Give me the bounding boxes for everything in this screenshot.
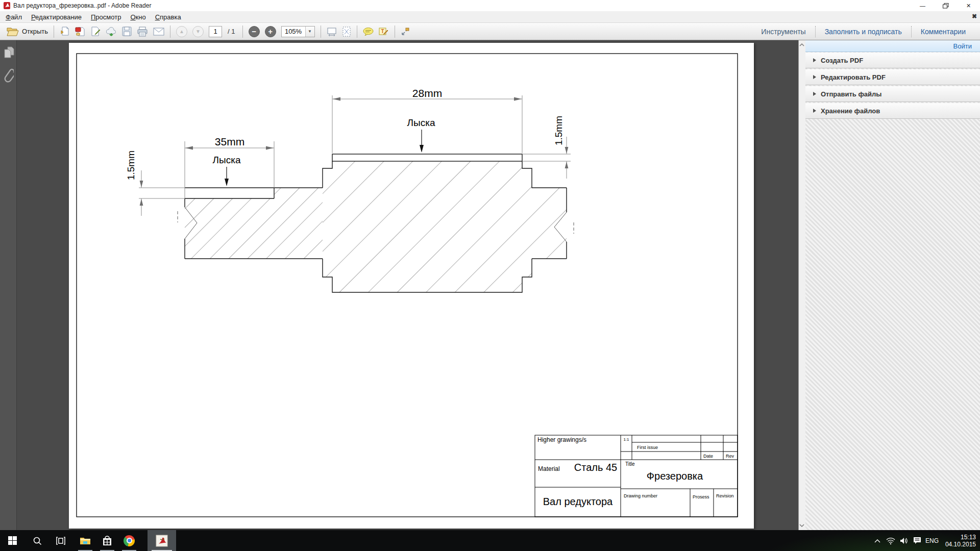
email-button[interactable] [151, 24, 167, 39]
comment-button[interactable] [360, 24, 376, 39]
adobe-reader-app-icon [4, 2, 10, 9]
zoom-level-value: 105% [282, 28, 305, 35]
zoom-level-select[interactable]: 105% ▼ [279, 24, 317, 39]
upload-cloud-icon [106, 27, 117, 37]
create-pdf-icon [75, 27, 85, 37]
tools-button[interactable]: Инструменты [752, 26, 815, 38]
scroll-down-icon[interactable] [799, 523, 804, 528]
zoom-out-icon: − [249, 26, 260, 37]
sign-page-button[interactable] [88, 24, 103, 39]
sign-in-label: Войти [953, 42, 972, 50]
task-view-button[interactable] [50, 530, 72, 551]
chrome-button[interactable] [118, 530, 140, 551]
language-indicator[interactable]: ENG [923, 530, 941, 551]
minimize-button[interactable]: — [911, 0, 934, 11]
search-button[interactable] [26, 530, 48, 551]
tray-expand-button[interactable] [871, 530, 884, 551]
sign-page-icon [90, 27, 101, 37]
panel-item-edit-pdf[interactable]: Редактировать PDF [805, 69, 980, 85]
previous-page-button[interactable]: ▲ [174, 24, 190, 39]
fill-sign-panel-button[interactable]: Заполнить и подписать [816, 26, 911, 38]
chevron-right-icon [813, 109, 816, 113]
engineering-drawing: 28mm 35mm Лыска Лыска 1.5mm 1.5mm Higher… [69, 43, 754, 529]
dim-right-depth: 1.5mm [553, 116, 564, 145]
action-center-button[interactable] [911, 530, 924, 551]
document-scrollbar[interactable] [798, 40, 805, 530]
dim-top-width: 28mm [412, 87, 442, 99]
export-pdf-icon [60, 27, 70, 37]
fit-page-button[interactable] [339, 24, 354, 39]
next-page-button[interactable]: ▼ [190, 24, 206, 39]
taskbar: ENG 15:13 04.10.2015 [0, 530, 980, 551]
save-icon [122, 27, 132, 36]
scale-value: 1:1 [623, 437, 629, 442]
create-pdf-button[interactable] [72, 24, 88, 39]
zoom-out-button[interactable]: − [246, 24, 262, 39]
revision-label: Revision [716, 493, 734, 498]
fullscreen-button[interactable] [398, 24, 412, 39]
attachments-paperclip-icon[interactable] [4, 68, 14, 84]
chevron-right-icon [813, 75, 816, 79]
material-label: Material [538, 465, 560, 472]
store-button[interactable] [96, 530, 118, 551]
zoom-in-button[interactable]: + [262, 24, 279, 39]
separator [54, 26, 54, 38]
title-bar: Вал редуктора_фрезеровка..pdf - Adobe Re… [0, 0, 980, 11]
fill-sign-tool-icon: T [379, 27, 389, 36]
title-label: Title [625, 461, 635, 467]
file-explorer-icon [80, 536, 91, 545]
fullscreen-icon [401, 27, 410, 36]
open-button[interactable]: Открыть [4, 24, 51, 39]
sign-in-bar[interactable]: Войти [805, 40, 980, 52]
fit-width-icon [327, 27, 337, 36]
panel-item-create-pdf[interactable]: Создать PDF [805, 53, 980, 68]
print-button[interactable] [134, 24, 151, 39]
page-thumbnails-icon[interactable] [4, 46, 14, 59]
clock[interactable]: 15:13 04.10.2015 [945, 530, 976, 551]
menu-file[interactable]: Файл [1, 12, 27, 22]
start-button[interactable] [1, 530, 23, 551]
minimize-icon: — [920, 3, 925, 9]
store-icon [103, 536, 112, 546]
fit-page-icon [342, 27, 351, 37]
flat-label-top: Лыска [407, 117, 435, 128]
rev-label: Rev [726, 454, 734, 459]
date-label: Date [703, 454, 713, 459]
restore-button[interactable] [934, 0, 957, 11]
adobe-reader-taskbar-button[interactable] [148, 530, 176, 551]
shaft-central-section-hatch [323, 161, 567, 292]
chevron-right-icon [813, 58, 816, 62]
restore-icon [943, 3, 949, 9]
file-explorer-button[interactable] [74, 530, 96, 551]
zoom-in-icon: + [265, 26, 276, 37]
upload-cloud-button[interactable] [103, 24, 119, 39]
panel-item-store-files[interactable]: Хранение файлов [805, 103, 980, 119]
page-number-value: 1 [209, 26, 222, 37]
next-page-icon: ▼ [192, 26, 204, 37]
page-total-label: / 1 [228, 28, 235, 35]
wifi-tray-button[interactable] [884, 530, 897, 551]
material-value: Сталь 45 [574, 462, 617, 473]
previous-page-icon: ▲ [176, 26, 187, 37]
volume-tray-button[interactable] [897, 530, 911, 551]
save-button[interactable] [119, 24, 134, 39]
close-button[interactable]: ✕ [957, 0, 980, 11]
menu-help[interactable]: Справка [151, 12, 186, 22]
menu-bar: Файл Редактирование Просмотр Окно Справк… [0, 11, 980, 23]
fill-sign-tool-button[interactable]: T [376, 24, 391, 39]
dim-left-depth: 1.5mm [126, 151, 136, 180]
chrome-icon [124, 535, 135, 546]
fit-width-button[interactable] [324, 24, 339, 39]
panel-item-send-files[interactable]: Отправить файлы [805, 86, 980, 102]
page-number-input[interactable]: 1 [206, 24, 225, 39]
menu-view[interactable]: Просмотр [86, 12, 126, 22]
open-folder-icon [7, 27, 19, 36]
comments-panel-button[interactable]: Комментарии [912, 26, 975, 38]
menu-edit[interactable]: Редактирование [27, 12, 86, 22]
export-pdf-button[interactable] [57, 24, 72, 39]
close-document-icon[interactable]: ✖ [972, 13, 977, 20]
menu-window[interactable]: Окно [126, 12, 150, 22]
windows-start-icon [8, 536, 17, 545]
title-block-text: Higher grawings/s 1:1 First issue Date R… [537, 436, 734, 507]
scroll-up-icon[interactable] [799, 43, 804, 47]
